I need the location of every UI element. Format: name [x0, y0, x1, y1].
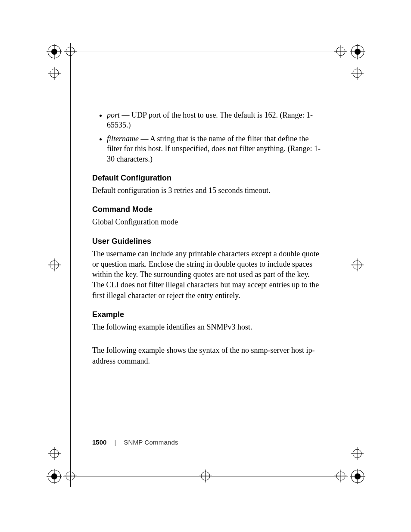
registration-mark-icon: [48, 447, 61, 460]
registration-mark-icon: [350, 469, 365, 484]
registration-mark-icon: [351, 258, 364, 271]
param-desc: — UDP port of the host to use. The defau…: [107, 111, 313, 129]
para: Default configuration is 3 retries and 1…: [92, 185, 321, 196]
registration-mark-icon: [64, 45, 77, 58]
crop-line: [341, 43, 341, 487]
registration-mark-icon: [334, 45, 347, 58]
page-number: 1500: [92, 439, 106, 446]
registration-mark-icon: [334, 470, 347, 482]
registration-mark-icon: [64, 470, 77, 482]
para: The username can include any printable c…: [92, 249, 321, 301]
registration-mark-icon: [47, 469, 62, 484]
registration-mark-icon: [47, 44, 62, 59]
param-desc: — A string that is the name of the filte…: [107, 134, 321, 163]
para: Global Configuration mode: [92, 217, 321, 227]
crop-line: [63, 52, 348, 52]
crop-line: [70, 43, 71, 487]
page-footer: 1500 | SNMP Commands: [92, 439, 178, 446]
heading-default-configuration: Default Configuration: [92, 174, 321, 183]
heading-user-guidelines: User Guidelines: [92, 237, 321, 246]
registration-mark-icon: [199, 470, 212, 482]
param-term: filtername: [107, 134, 139, 143]
registration-mark-icon: [48, 258, 61, 271]
registration-mark-icon: [48, 67, 61, 80]
list-item: filtername — A string that is the name o…: [107, 134, 321, 164]
para: The following example identifies an SNMP…: [92, 322, 321, 332]
footer-separator: |: [114, 439, 116, 446]
heading-command-mode: Command Mode: [92, 205, 321, 214]
para: The following example shows the syntax o…: [92, 345, 321, 366]
registration-mark-icon: [351, 447, 364, 460]
section-name: SNMP Commands: [124, 439, 178, 446]
list-item: port — UDP port of the host to use. The …: [107, 110, 321, 131]
registration-mark-icon: [351, 67, 364, 80]
param-list: port — UDP port of the host to use. The …: [92, 110, 321, 164]
page-body: port — UDP port of the host to use. The …: [92, 110, 321, 372]
heading-example: Example: [92, 310, 321, 319]
registration-mark-icon: [350, 44, 365, 59]
param-term: port: [107, 111, 120, 119]
